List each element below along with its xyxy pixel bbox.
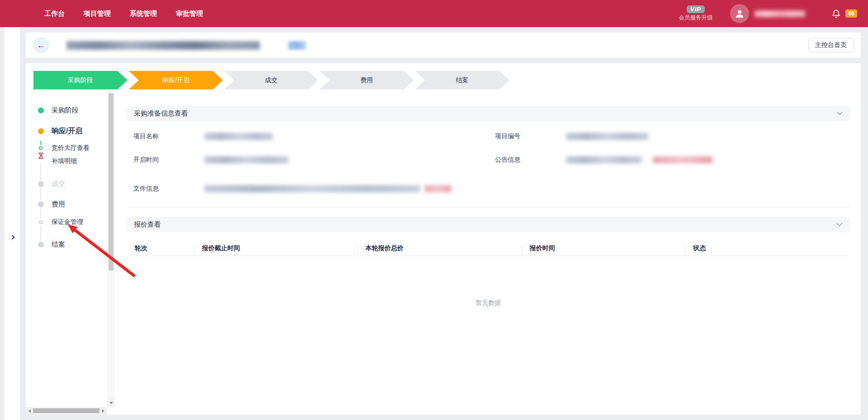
field-announcement-info: 公告信息 [488, 148, 850, 172]
triangle-down-icon [109, 402, 113, 404]
scrollbar-thumb[interactable] [108, 93, 113, 271]
notification-count-badge: 46 [845, 9, 857, 18]
field-label: 开启时间 [127, 156, 204, 164]
field-label: 项目名称 [127, 132, 204, 140]
scroll-down-button[interactable] [107, 399, 115, 407]
chevron-right-icon [10, 235, 14, 239]
page-title-blur [66, 41, 260, 50]
sidebar-item-label: 竞价大厅查看 [52, 144, 90, 152]
column-header-status: 状态 [685, 244, 850, 252]
field-value-blur [204, 156, 288, 163]
dot-green-icon [38, 107, 44, 113]
dot-gray-icon [38, 242, 44, 247]
dot-gray-icon [38, 201, 44, 207]
column-header-quote-deadline: 报价截止时间 [194, 244, 358, 252]
field-value-blur [566, 156, 642, 163]
nav-item-project-management[interactable]: 项目管理 [84, 9, 111, 18]
ring-green-icon [39, 146, 42, 150]
console-home-button[interactable]: 主控台首页 [808, 38, 854, 52]
triangle-left-icon [28, 409, 31, 413]
field-label: 公告信息 [488, 156, 566, 164]
quote-table-header: 轮次 报价截止时间 本轮报价总价 报价时间 状态 [127, 241, 850, 256]
step-response-open[interactable]: 响应/开启 [129, 71, 223, 89]
dot-gray-icon [38, 181, 44, 187]
field-project-number: 项目编号 [488, 125, 850, 148]
topbar-right: VIP 会员服务升级 46 [679, 0, 868, 27]
dot-orange-icon [38, 128, 44, 134]
bell-icon [831, 9, 841, 19]
column-header-round: 轮次 [127, 244, 194, 252]
field-value-blur [566, 133, 648, 140]
scrollbar-thumb[interactable] [33, 408, 100, 413]
chevron-down-icon [836, 112, 843, 116]
vip-upgrade[interactable]: VIP 会员服务升级 [679, 5, 713, 22]
ring-gray-icon [39, 220, 42, 224]
triangle-right-icon [102, 409, 104, 413]
prep-section-title: 采购准备信息查看 [134, 109, 188, 118]
field-value-blur [204, 133, 273, 140]
field-row: 项目名称 项目编号 [127, 121, 850, 148]
sidebar-item-label: 保证金管理 [52, 218, 83, 226]
nav-item-system-management[interactable]: 系统管理 [130, 9, 157, 18]
sidebar-item-label: 成交 [52, 180, 65, 188]
field-file-info: 文件信息 [127, 177, 850, 201]
column-header-round-total: 本轮报价总价 [357, 244, 521, 252]
vip-icon: VIP [687, 5, 705, 13]
chevron-down-icon [836, 223, 843, 227]
topbar: 工作台 项目管理 系统管理 审批管理 VIP 会员服务升级 46 [0, 0, 868, 27]
page-header: ← 主控台首页 [26, 33, 861, 58]
quote-section-header[interactable]: 报价查看 [127, 217, 850, 232]
main-nav: 工作台 项目管理 系统管理 审批管理 [0, 9, 203, 18]
step-close[interactable]: 结案 [415, 71, 509, 89]
column-header-quote-time: 报价时间 [522, 244, 685, 252]
back-arrow-icon: ← [37, 41, 46, 50]
status-tag-blur [288, 41, 306, 50]
announcement-link-blur[interactable] [653, 156, 712, 163]
hourglass-icon [38, 152, 44, 161]
nav-item-workbench[interactable]: 工作台 [44, 9, 65, 18]
field-label: 项目编号 [488, 132, 566, 140]
field-row: 开启时间 公告信息 [127, 148, 850, 172]
field-project-name: 项目名称 [127, 125, 488, 148]
back-button[interactable]: ← [33, 37, 49, 53]
field-open-time: 开启时间 [127, 148, 488, 172]
main-card: 采购阶段 响应/开启 成交 费用 结案 采购阶段 响应/开启 竞价大厅查看 补填 [26, 63, 861, 415]
field-row: 文件信息 [127, 177, 850, 201]
vip-caption: 会员服务升级 [679, 14, 713, 22]
sidebar-item-label: 响应/开启 [52, 126, 82, 136]
nav-item-approval-management[interactable]: 审批管理 [176, 9, 203, 18]
empty-state-text: 暂无数据 [127, 299, 850, 307]
sidebar-item-label: 补填明细 [52, 157, 77, 165]
sidebar-item-label: 采购阶段 [52, 106, 79, 115]
phase-steps: 采购阶段 响应/开启 成交 费用 结案 [33, 71, 510, 89]
notifications[interactable]: 46 [831, 9, 868, 19]
step-deal[interactable]: 成交 [224, 71, 318, 89]
username-blur[interactable] [755, 10, 805, 17]
step-procurement-phase[interactable]: 采购阶段 [33, 71, 127, 89]
scroll-right-button[interactable] [99, 407, 107, 415]
section-divider [127, 207, 850, 207]
prep-section-header[interactable]: 采购准备信息查看 [127, 106, 850, 121]
sidebar-item-label: 结案 [52, 240, 65, 249]
step-fee[interactable]: 费用 [320, 71, 414, 89]
panel-expander[interactable] [5, 27, 20, 420]
file-link-blur[interactable] [425, 185, 451, 192]
user-avatar[interactable] [730, 4, 749, 23]
sidebar-item-label: 费用 [52, 200, 65, 209]
field-value-blur [204, 185, 420, 192]
collapse-toggle[interactable] [836, 112, 843, 116]
collapse-toggle[interactable] [836, 223, 843, 227]
process-sidebar: 采购阶段 响应/开启 竞价大厅查看 补填明细 成交 费用 [26, 90, 115, 415]
main-content: 采购准备信息查看 项目名称 项目编号 开启时间 公告信息 [127, 106, 850, 307]
field-label: 文件信息 [127, 185, 204, 193]
scroll-left-button[interactable] [26, 407, 33, 415]
sidebar-horizontal-scrollbar[interactable] [26, 407, 107, 415]
quote-section-title: 报价查看 [134, 220, 161, 229]
sidebar-vertical-scrollbar[interactable] [107, 90, 115, 407]
person-icon [734, 8, 745, 19]
